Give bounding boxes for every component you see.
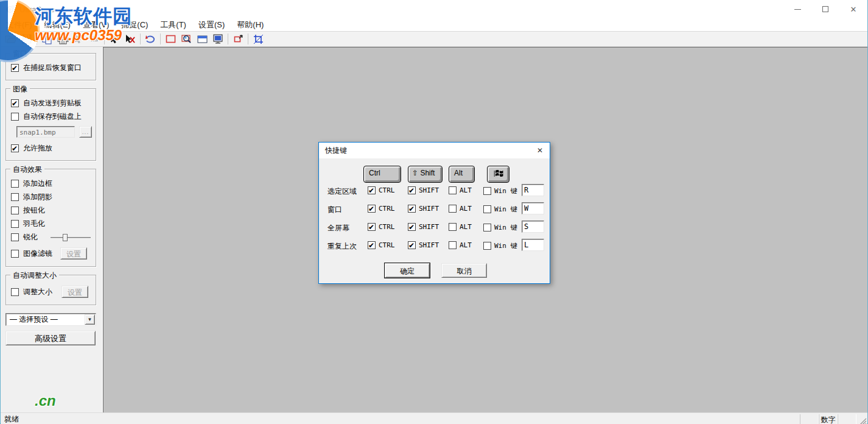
alt-checkbox[interactable]: [449, 223, 457, 231]
filter-option[interactable]: 图像滤镜 设置: [11, 247, 92, 260]
win-checkbox[interactable]: [483, 187, 491, 195]
resize-grip[interactable]: [858, 417, 867, 424]
preset-select[interactable]: — 选择预设 — ▼: [5, 313, 96, 326]
toolbar-separator: [160, 34, 161, 44]
menu-edit[interactable]: 编辑(E): [38, 18, 77, 32]
toolbar-separator: [228, 34, 228, 44]
zoom-region-icon: [181, 34, 192, 44]
print-button[interactable]: [55, 32, 71, 46]
feather-label: 羽毛化: [23, 219, 45, 229]
menu-settings[interactable]: 设置(S): [192, 18, 231, 32]
alt-checkbox[interactable]: [449, 186, 457, 194]
clipboard-checkbox[interactable]: [11, 99, 19, 107]
shift-checkbox[interactable]: [408, 241, 416, 249]
ctrl-checkbox-label: CTRL: [379, 186, 395, 194]
shift-checkbox[interactable]: [408, 205, 416, 213]
cursor-disabled-icon: [75, 35, 82, 44]
crop-button[interactable]: [250, 32, 266, 46]
open-button[interactable]: [3, 32, 19, 46]
menu-tools[interactable]: 工具(T): [154, 18, 192, 32]
cursor-delete-button[interactable]: [122, 32, 138, 46]
cursor-delete-icon: [125, 35, 135, 44]
ctrl-checkbox[interactable]: [368, 223, 376, 231]
minimize-button[interactable]: [783, 0, 811, 18]
hotkey-key-input[interactable]: [522, 239, 544, 251]
hotkey-key-input[interactable]: [522, 184, 544, 196]
capture-screen-button[interactable]: [210, 32, 226, 46]
ok-button[interactable]: 确定: [385, 263, 430, 278]
windows-key-icon: [493, 169, 503, 178]
feather-option[interactable]: 羽毛化: [11, 219, 92, 229]
rotate-button[interactable]: [142, 32, 158, 46]
maximize-button[interactable]: [811, 0, 839, 18]
capture-region-button[interactable]: [163, 32, 178, 46]
ctrl-checkbox[interactable]: [368, 205, 376, 213]
filename-row: ...: [16, 126, 92, 138]
hotkey-row: 选定区域 CTRL SHIFT ALT Win 键: [319, 185, 550, 197]
menu-file[interactable]: 文件(F): [1, 18, 38, 32]
hotkey-key-input[interactable]: [522, 221, 544, 233]
sharpen-option[interactable]: 锐化: [11, 232, 92, 242]
clipboard-option[interactable]: 自动发送到剪贴板: [11, 98, 92, 108]
ctrl-keycap-button[interactable]: Ctrl: [363, 166, 401, 183]
sharpen-checkbox[interactable]: [11, 233, 19, 241]
alt-keycap-button[interactable]: Alt: [449, 166, 475, 183]
capture-window-button[interactable]: [194, 32, 210, 46]
resize-option[interactable]: 调整大小 设置: [11, 286, 92, 298]
filter-checkbox[interactable]: [11, 250, 19, 258]
advanced-settings-button[interactable]: 高级设置: [5, 331, 96, 345]
feather-checkbox[interactable]: [11, 220, 19, 228]
shift-keycap-button[interactable]: ⇧ Shift: [408, 166, 443, 183]
crop-icon: [253, 34, 264, 44]
restore-window-option[interactable]: 在捕捉后恢复窗口: [11, 63, 92, 73]
save-disk-checkbox[interactable]: [11, 113, 19, 121]
shift-checkbox[interactable]: [408, 223, 416, 231]
border-option[interactable]: 添加边框: [11, 178, 92, 189]
row-label: 选定区域: [327, 186, 357, 197]
capture-screen-icon: [213, 34, 223, 44]
options-sidebar: 窗口 在捕捉后恢复窗口 图像 自动发送到剪贴板 自动保存到磁盘上: [1, 47, 103, 412]
alt-checkbox[interactable]: [449, 241, 457, 249]
minimize-icon: [794, 9, 801, 10]
win-keycap-button[interactable]: [487, 166, 509, 183]
ctrl-checkbox[interactable]: [368, 241, 376, 249]
drag-option[interactable]: 允许拖放: [11, 143, 92, 154]
win-checkbox[interactable]: [483, 242, 491, 250]
print-icon: [57, 34, 69, 44]
win-checkbox[interactable]: [483, 205, 491, 213]
shadow-checkbox[interactable]: [11, 193, 19, 201]
ra-disabled-icon: Ra: [91, 36, 98, 43]
border-label: 添加边框: [23, 178, 52, 189]
cancel-button[interactable]: 取消: [441, 263, 487, 278]
shadow-option[interactable]: 添加阴影: [11, 192, 92, 202]
menu-help[interactable]: 帮助(H): [231, 18, 270, 32]
shift-checkbox[interactable]: [408, 186, 416, 194]
alt-checkbox[interactable]: [449, 205, 457, 213]
save-button[interactable]: [19, 32, 35, 46]
zoom-region-button[interactable]: [178, 32, 194, 46]
win-checkbox[interactable]: [483, 224, 491, 231]
cursor-select-button[interactable]: [107, 32, 122, 46]
dialog-close-button[interactable]: ✕: [530, 143, 550, 158]
border-checkbox[interactable]: [11, 180, 19, 188]
copy-button[interactable]: [39, 32, 55, 46]
restore-window-checkbox[interactable]: [11, 64, 19, 72]
repeat-region-button[interactable]: [230, 32, 246, 46]
save-disk-option[interactable]: 自动保存到磁盘上: [11, 111, 92, 122]
shadow-label: 添加阴影: [23, 192, 52, 202]
close-button[interactable]: ✕: [839, 0, 867, 18]
ultrasnap-window: UltraSnap ✕ 文件(F) 编辑(E) 查看(V) 捕捉(C) 工具(T…: [0, 0, 868, 424]
ra-disabled-button: Ra: [86, 32, 102, 46]
buttonize-checkbox[interactable]: [11, 207, 19, 214]
ctrl-checkbox[interactable]: [368, 186, 376, 194]
open-folder-icon: [5, 34, 17, 44]
effects-group: 自动效果 添加边框 添加阴影 按钮化 羽毛化: [5, 169, 96, 267]
chevron-down-icon[interactable]: ▼: [85, 314, 95, 325]
drag-checkbox[interactable]: [11, 144, 19, 152]
menu-view[interactable]: 查看(V): [77, 18, 115, 32]
hotkey-key-input[interactable]: [522, 202, 544, 214]
resize-checkbox[interactable]: [11, 288, 19, 296]
buttonize-option[interactable]: 按钮化: [11, 205, 92, 216]
menu-capture[interactable]: 捕捉(C): [115, 18, 154, 32]
save-disk-label: 自动保存到磁盘上: [23, 111, 82, 122]
